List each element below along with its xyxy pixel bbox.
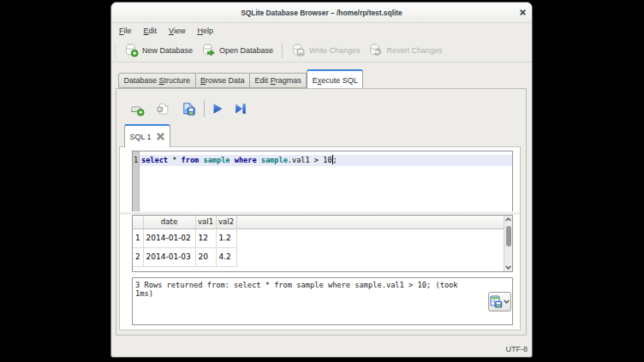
chevron-down-icon <box>504 300 510 304</box>
table-row[interactable]: 12014-01-02121.2 <box>133 228 512 247</box>
tab-database-structure[interactable]: Database Structure <box>118 73 196 88</box>
open-sql-file-button[interactable] <box>156 102 170 116</box>
editor-line-numbers: 1 <box>133 151 140 211</box>
save-results-button[interactable] <box>488 292 511 312</box>
column-header-date[interactable]: date <box>143 216 195 228</box>
window-titlebar[interactable]: SQLite Database Browser – /home/rp/test.… <box>111 3 532 23</box>
table-row[interactable]: 22014-01-03204.2 <box>133 247 512 266</box>
main-toolbar: New Database Open Database Write Changes… <box>111 39 532 62</box>
encoding-label: UTF-8 <box>506 345 528 353</box>
results-message: 3 Rows returned from: select * from samp… <box>135 281 474 298</box>
sql-toolbar <box>130 97 247 121</box>
desktop-background: SQLite Database Browser – /home/rp/test.… <box>0 0 644 362</box>
column-header-val1[interactable]: val1 <box>195 216 216 228</box>
sql-tab-label: SQL 1 <box>129 133 151 141</box>
open-database-icon <box>201 43 216 57</box>
menu-file[interactable]: File <box>113 25 138 37</box>
results-grid[interactable]: dateval1val212014-01-02121.222014-01-032… <box>133 216 512 267</box>
sql-tab-content: 1 select * from sample where sample.val1… <box>119 146 521 330</box>
toolbar-separator <box>282 43 283 58</box>
scrollbar-thumb[interactable] <box>506 226 511 246</box>
new-database-button[interactable]: New Database <box>120 40 197 60</box>
execute-sql-panel: SQL 1 1 select * from sample where sampl… <box>116 88 527 335</box>
editor-code-area[interactable]: select * from sample where sample.val1 >… <box>140 151 512 211</box>
tab-edit-pragmas[interactable]: Edit Pragmas <box>250 73 307 88</box>
column-header-corner[interactable] <box>133 216 143 228</box>
open-database-button[interactable]: Open Database <box>197 40 277 60</box>
save-results-icon <box>490 295 503 308</box>
sql-editor[interactable]: 1 select * from sample where sample.val1… <box>132 151 513 212</box>
menu-view[interactable]: View <box>163 25 191 37</box>
results-message-box: 3 Rows returned from: select * from samp… <box>132 277 513 325</box>
write-changes-icon <box>291 43 306 57</box>
editor-current-line: select * from sample where sample.val1 >… <box>140 155 512 166</box>
menu-help[interactable]: Help <box>191 25 219 37</box>
results-table: dateval1val212014-01-02121.222014-01-032… <box>132 215 513 272</box>
window-title: SQLite Database Browser – /home/rp/test.… <box>241 9 402 17</box>
app-window: SQLite Database Browser – /home/rp/test.… <box>110 2 533 358</box>
statusbar: UTF-8 <box>111 335 532 357</box>
window-close-icon[interactable] <box>519 9 527 16</box>
write-changes-button[interactable]: Write Changes <box>287 40 364 60</box>
tab-browse-data[interactable]: Browse Data <box>196 73 251 88</box>
tab-execute-sql[interactable]: Execute SQL <box>307 69 363 88</box>
sql-tab-sql1[interactable]: SQL 1 <box>124 124 170 147</box>
execute-current-line-button[interactable] <box>235 103 247 115</box>
toolbar-handle[interactable] <box>114 42 118 59</box>
scroll-down-icon[interactable] <box>504 264 513 271</box>
close-tab-icon[interactable] <box>156 132 165 141</box>
column-header-val2[interactable]: val2 <box>216 216 236 228</box>
revert-changes-button[interactable]: Revert Changes <box>364 40 446 60</box>
execute-sql-button[interactable] <box>212 103 224 115</box>
menu-edit[interactable]: Edit <box>138 25 164 37</box>
menubar: FileEditViewHelp <box>111 22 532 39</box>
save-sql-file-button[interactable] <box>182 102 196 116</box>
sql-toolbar-separator <box>204 100 205 117</box>
revert-changes-icon <box>368 43 383 57</box>
new-database-icon <box>124 43 139 57</box>
results-scrollbar[interactable] <box>504 216 512 271</box>
main-tab-bar: Database StructureBrowse DataEdit Pragma… <box>118 69 527 88</box>
new-sql-tab-button[interactable] <box>130 102 145 116</box>
scroll-up-icon[interactable] <box>504 216 513 223</box>
